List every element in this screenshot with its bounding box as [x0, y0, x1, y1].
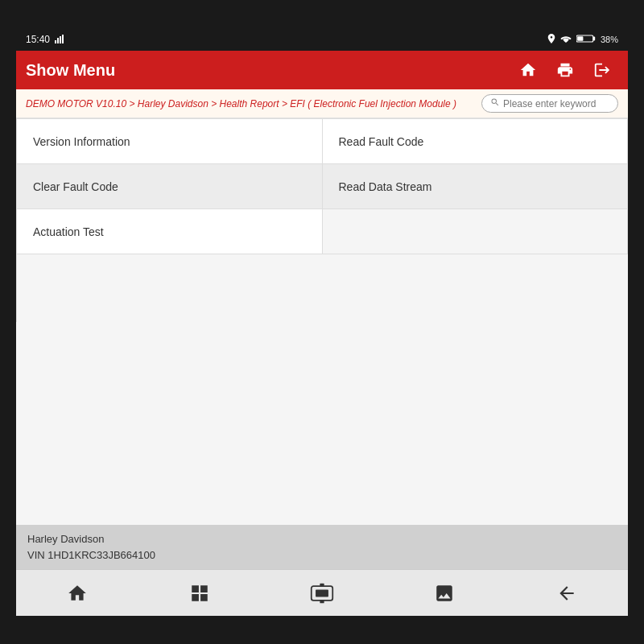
menu-grid: Version Information Read Fault Code Clea… [16, 118, 628, 322]
svg-rect-10 [320, 600, 324, 603]
status-bar: 15:40 [16, 28, 628, 51]
nav-bar: Show Menu [16, 51, 628, 89]
content-spacer [16, 322, 628, 525]
svg-rect-9 [320, 583, 324, 586]
location-icon [547, 34, 555, 45]
svg-rect-2 [60, 36, 61, 43]
bottom-nav [16, 569, 628, 616]
bottom-image-button[interactable] [422, 573, 467, 613]
wifi-icon [560, 35, 572, 44]
nav-icons [512, 56, 618, 85]
search-box[interactable] [481, 94, 618, 113]
bottom-back-button[interactable] [544, 573, 589, 613]
signal-icon [55, 34, 66, 46]
bottom-home-button[interactable] [55, 573, 100, 613]
svg-rect-5 [593, 37, 595, 41]
menu-item-read-data-stream[interactable]: Read Data Stream [323, 164, 629, 209]
bottom-vci-button[interactable] [299, 573, 345, 613]
svg-rect-1 [57, 38, 59, 43]
menu-item-actuation-test[interactable]: Actuation Test [17, 209, 323, 254]
search-input[interactable] [503, 98, 608, 109]
nav-title: Show Menu [26, 61, 115, 80]
battery-level [576, 34, 596, 45]
footer-info: Harley Davidson VIN 1HD1KRC33JB664100 [16, 525, 628, 569]
menu-item-version-info[interactable]: Version Information [17, 119, 323, 164]
svg-rect-3 [62, 35, 64, 43]
device-frame: 15:40 [0, 0, 644, 644]
svg-rect-8 [316, 589, 328, 597]
exit-button[interactable] [586, 56, 618, 85]
vehicle-name: Harley Davidson [27, 531, 617, 547]
svg-rect-6 [577, 36, 583, 41]
breadcrumb-bar: DEMO MOTOR V10.10 > Harley Davidson > He… [16, 89, 628, 118]
status-time: 15:40 [26, 34, 50, 45]
menu-item-clear-fault-code[interactable]: Clear Fault Code [17, 164, 323, 209]
screen: 15:40 [16, 28, 628, 616]
battery-percentage: 38% [601, 35, 618, 44]
breadcrumb: DEMO MOTOR V10.10 > Harley Davidson > He… [26, 98, 456, 109]
search-icon [490, 97, 500, 109]
menu-item-empty [323, 209, 629, 254]
vin-number: VIN 1HD1KRC33JB664100 [27, 547, 617, 564]
print-button[interactable] [549, 56, 581, 85]
menu-item-read-fault-code[interactable]: Read Fault Code [323, 119, 629, 164]
svg-rect-0 [55, 40, 56, 43]
bottom-windows-button[interactable] [177, 573, 222, 613]
home-button[interactable] [512, 56, 544, 85]
